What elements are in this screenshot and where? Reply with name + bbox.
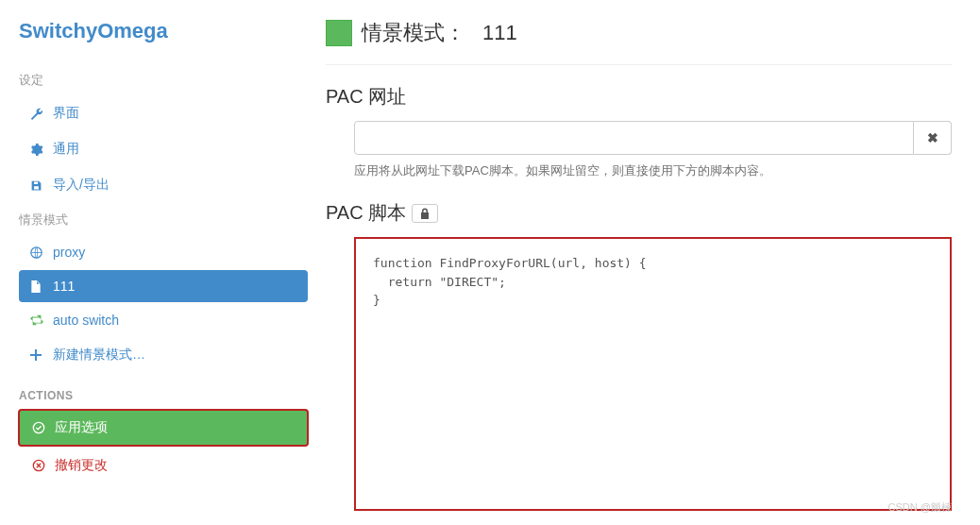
profile-header: 情景模式： 111 bbox=[326, 19, 952, 65]
check-circle-icon bbox=[32, 421, 49, 434]
settings-section-title: 设定 bbox=[19, 72, 312, 89]
plus-icon bbox=[30, 349, 47, 361]
revert-button-label: 撤销更改 bbox=[55, 457, 108, 474]
sidebar-profile-proxy[interactable]: proxy bbox=[19, 236, 308, 268]
watermark: CSDN @颤楝 bbox=[888, 500, 952, 511]
apply-button-label: 应用选项 bbox=[55, 419, 108, 436]
sidebar-item-label: proxy bbox=[53, 245, 85, 260]
profile-color-swatch[interactable] bbox=[326, 20, 352, 46]
sidebar-item-interface[interactable]: 界面 bbox=[19, 96, 308, 130]
revert-button[interactable]: 撤销更改 bbox=[19, 448, 308, 483]
sidebar-item-label: 111 bbox=[53, 279, 75, 294]
lock-badge[interactable] bbox=[412, 204, 438, 223]
globe-icon bbox=[30, 246, 47, 259]
profile-header-label: 情景模式： bbox=[362, 19, 465, 47]
close-icon: ✖ bbox=[927, 130, 938, 145]
wrench-icon bbox=[30, 108, 47, 120]
sidebar-profile-auto-switch[interactable]: auto switch bbox=[19, 304, 308, 336]
pac-script-heading: PAC 脚本 bbox=[326, 200, 952, 226]
profile-name[interactable]: 111 bbox=[482, 21, 517, 45]
pac-script-heading-text: PAC 脚本 bbox=[326, 200, 406, 226]
sidebar-item-label: 导入/导出 bbox=[53, 177, 110, 194]
retweet-icon bbox=[30, 314, 47, 326]
sidebar-item-import-export[interactable]: 导入/导出 bbox=[19, 168, 308, 202]
sidebar-item-label: 通用 bbox=[53, 141, 79, 158]
sidebar-item-label: auto switch bbox=[53, 313, 119, 328]
pac-url-help: 应用将从此网址下载PAC脚本。如果网址留空，则直接使用下方的脚本内容。 bbox=[354, 162, 952, 179]
save-icon bbox=[30, 179, 47, 192]
clear-url-button[interactable]: ✖ bbox=[914, 121, 952, 155]
sidebar-item-label: 界面 bbox=[53, 105, 79, 122]
profiles-section-title: 情景模式 bbox=[19, 212, 312, 229]
sidebar-item-label: 新建情景模式… bbox=[53, 347, 145, 364]
sidebar-item-general[interactable]: 通用 bbox=[19, 132, 308, 166]
actions-section-title: ACTIONS bbox=[19, 389, 312, 402]
lock-icon bbox=[420, 208, 430, 219]
cancel-circle-icon bbox=[32, 459, 49, 472]
brand-title: SwitchyOmega bbox=[19, 19, 312, 43]
pac-script-content: function FindProxyForURL(url, host) { re… bbox=[373, 254, 933, 310]
pac-script-editor[interactable]: function FindProxyForURL(url, host) { re… bbox=[354, 237, 952, 511]
apply-button[interactable]: 应用选项 bbox=[19, 410, 308, 446]
pac-url-heading: PAC 网址 bbox=[326, 84, 952, 110]
pac-url-input[interactable] bbox=[354, 121, 914, 155]
sidebar-profile-111[interactable]: 111 bbox=[19, 270, 308, 302]
sidebar-new-profile[interactable]: 新建情景模式… bbox=[19, 338, 308, 372]
file-icon bbox=[30, 280, 47, 293]
gear-icon bbox=[30, 144, 47, 156]
